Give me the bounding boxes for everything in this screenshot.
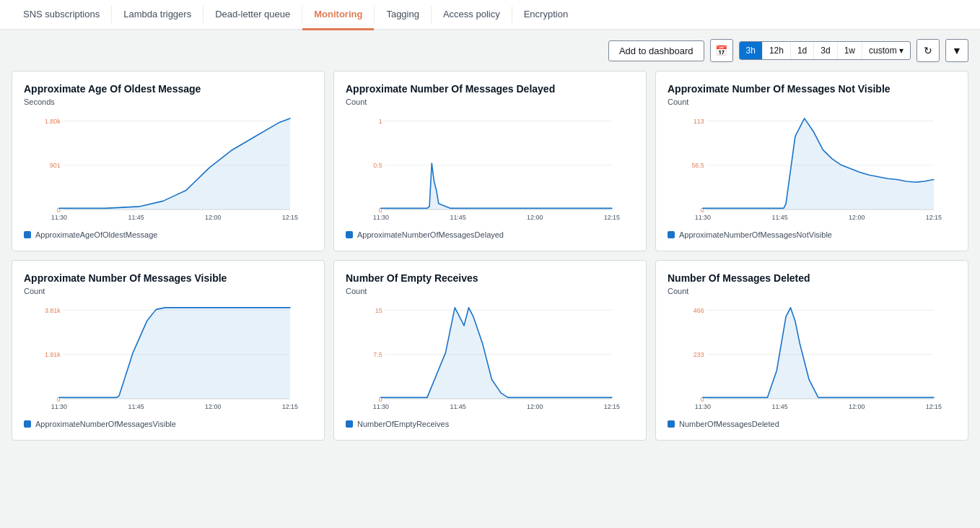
svg-text:56.5: 56.5 bbox=[691, 162, 704, 169]
chart-area: 1.80k9010 11:3011:4512:0012:15 bbox=[24, 112, 312, 228]
svg-text:12:00: 12:00 bbox=[849, 214, 865, 221]
chart-area: 11356.50 11:3011:4512:0012:15 bbox=[668, 112, 956, 228]
svg-text:12:15: 12:15 bbox=[926, 403, 942, 410]
chart-unit: Seconds bbox=[24, 98, 312, 106]
legend-label: ApproximateNumberOfMessagesVisible bbox=[35, 420, 176, 428]
svg-text:12:15: 12:15 bbox=[282, 403, 298, 410]
chart-svg: 1.80k9010 11:3011:4512:0012:15 bbox=[24, 112, 312, 228]
legend-color bbox=[24, 231, 31, 238]
svg-text:1.80k: 1.80k bbox=[45, 118, 61, 125]
time-btn-3d[interactable]: 3d bbox=[813, 42, 836, 59]
svg-text:0: 0 bbox=[57, 396, 61, 403]
chart-legend: NumberOfMessagesDeleted bbox=[668, 420, 956, 428]
chart-card-chart-empty-receives: Number Of Empty Receives Count 157.50 11… bbox=[333, 260, 647, 441]
svg-text:11:30: 11:30 bbox=[51, 214, 67, 221]
chart-card-chart-messages-deleted: Number Of Messages Deleted Count 4662330… bbox=[655, 260, 968, 441]
svg-text:0: 0 bbox=[379, 207, 382, 214]
time-btn-1w[interactable]: 1w bbox=[837, 42, 862, 59]
svg-text:1.91k: 1.91k bbox=[45, 351, 61, 358]
chart-legend: NumberOfEmptyReceives bbox=[346, 420, 634, 428]
svg-text:11:45: 11:45 bbox=[450, 214, 465, 221]
legend-color bbox=[24, 420, 31, 428]
chart-card-chart-messages-visible: Approximate Number Of Messages Visible C… bbox=[12, 260, 325, 441]
chart-card-chart-age-oldest: Approximate Age Of Oldest Message Second… bbox=[12, 71, 325, 251]
chart-unit: Count bbox=[668, 287, 956, 295]
svg-text:12:15: 12:15 bbox=[282, 214, 298, 221]
refresh-button[interactable]: ↻ bbox=[916, 39, 940, 62]
chart-unit: Count bbox=[24, 287, 312, 295]
svg-text:11:45: 11:45 bbox=[771, 403, 787, 410]
svg-text:11:30: 11:30 bbox=[695, 214, 711, 221]
chart-legend: ApproximateNumberOfMessagesVisible bbox=[24, 420, 312, 428]
time-btn-3h[interactable]: 3h bbox=[740, 42, 762, 59]
time-btn-12h[interactable]: 12h bbox=[762, 42, 790, 59]
chart-svg: 11356.50 11:3011:4512:0012:15 bbox=[668, 112, 956, 228]
svg-text:12:15: 12:15 bbox=[604, 403, 620, 410]
legend-color bbox=[668, 231, 675, 238]
svg-text:233: 233 bbox=[694, 351, 704, 358]
chart-unit: Count bbox=[346, 98, 634, 106]
svg-text:11:30: 11:30 bbox=[373, 403, 389, 410]
chart-unit: Count bbox=[668, 98, 956, 106]
svg-text:0: 0 bbox=[379, 396, 382, 403]
svg-text:0.5: 0.5 bbox=[373, 162, 382, 169]
chart-legend: ApproximateNumberOfMessagesNotVisible bbox=[668, 230, 956, 239]
chart-area: 4662330 11:3011:4512:0012:15 bbox=[668, 301, 956, 417]
chart-svg: 3.81k1.91k0 11:3011:4512:0012:15 bbox=[24, 301, 312, 417]
chart-title: Number Of Messages Deleted bbox=[668, 272, 956, 284]
legend-label: NumberOfEmptyReceives bbox=[357, 420, 449, 428]
chart-title: Approximate Age Of Oldest Message bbox=[24, 83, 312, 95]
legend-label: NumberOfMessagesDeleted bbox=[679, 420, 779, 428]
chart-area: 3.81k1.91k0 11:3011:4512:0012:15 bbox=[24, 301, 312, 417]
legend-label: ApproximateNumberOfMessagesDelayed bbox=[357, 230, 504, 239]
svg-text:11:45: 11:45 bbox=[128, 403, 144, 410]
svg-text:0: 0 bbox=[701, 207, 704, 214]
tabs-bar: SNS subscriptionsLambda triggersDead-let… bbox=[0, 0, 980, 30]
svg-text:12:00: 12:00 bbox=[527, 214, 543, 221]
svg-text:12:00: 12:00 bbox=[205, 214, 221, 221]
svg-text:0: 0 bbox=[57, 207, 61, 214]
time-btn-1d[interactable]: 1d bbox=[790, 42, 813, 59]
add-to-dashboard-button[interactable]: Add to dashboard bbox=[608, 40, 704, 61]
svg-text:12:00: 12:00 bbox=[205, 403, 221, 410]
svg-text:11:45: 11:45 bbox=[450, 403, 465, 410]
tab-monitoring[interactable]: Monitoring bbox=[302, 0, 374, 30]
chart-area: 157.50 11:3011:4512:0012:15 bbox=[346, 301, 634, 417]
svg-text:3.81k: 3.81k bbox=[45, 307, 61, 314]
chart-title: Approximate Number Of Messages Delayed bbox=[346, 83, 634, 95]
tab-tagging[interactable]: Tagging bbox=[375, 0, 431, 30]
chart-card-chart-messages-delayed: Approximate Number Of Messages Delayed C… bbox=[333, 71, 647, 251]
svg-text:466: 466 bbox=[694, 307, 704, 314]
chart-svg: 157.50 11:3011:4512:0012:15 bbox=[346, 301, 634, 417]
chart-card-chart-messages-not-visible: Approximate Number Of Messages Not Visib… bbox=[655, 71, 968, 251]
tab-sns-subscriptions[interactable]: SNS subscriptions bbox=[12, 0, 111, 30]
chart-svg: 4662330 11:3011:4512:0012:15 bbox=[668, 301, 956, 417]
svg-text:11:45: 11:45 bbox=[771, 214, 787, 221]
svg-text:11:30: 11:30 bbox=[51, 403, 67, 410]
tab-lambda-triggers[interactable]: Lambda triggers bbox=[112, 0, 203, 30]
svg-text:901: 901 bbox=[50, 162, 61, 169]
tab-encryption[interactable]: Encryption bbox=[512, 0, 579, 30]
chart-legend: ApproximateAgeOfOldestMessage bbox=[24, 230, 312, 239]
svg-text:113: 113 bbox=[694, 118, 704, 125]
toolbar: Add to dashboard 📅 3h12h1d3d1wcustom ▾ ↻… bbox=[0, 30, 980, 71]
tab-dead-letter-queue[interactable]: Dead-letter queue bbox=[204, 0, 302, 30]
svg-text:12:00: 12:00 bbox=[849, 403, 865, 410]
svg-text:12:15: 12:15 bbox=[926, 214, 942, 221]
svg-text:11:45: 11:45 bbox=[128, 214, 144, 221]
settings-dropdown-button[interactable]: ▼ bbox=[945, 39, 968, 62]
tab-access-policy[interactable]: Access policy bbox=[432, 0, 512, 30]
svg-text:11:30: 11:30 bbox=[695, 403, 711, 410]
calendar-icon[interactable]: 📅 bbox=[710, 39, 733, 62]
legend-label: ApproximateAgeOfOldestMessage bbox=[35, 230, 157, 239]
chart-area: 10.50 11:3011:4512:0012:15 bbox=[346, 112, 634, 228]
chart-svg: 10.50 11:3011:4512:0012:15 bbox=[346, 112, 634, 228]
chart-title: Number Of Empty Receives bbox=[346, 272, 634, 284]
legend-color bbox=[668, 420, 675, 428]
svg-text:11:30: 11:30 bbox=[373, 214, 389, 221]
chart-title: Approximate Number Of Messages Visible bbox=[24, 272, 312, 284]
time-btn-custom--[interactable]: custom ▾ bbox=[862, 42, 910, 59]
svg-text:1: 1 bbox=[379, 118, 382, 125]
svg-text:15: 15 bbox=[375, 307, 382, 314]
svg-text:12:15: 12:15 bbox=[604, 214, 620, 221]
